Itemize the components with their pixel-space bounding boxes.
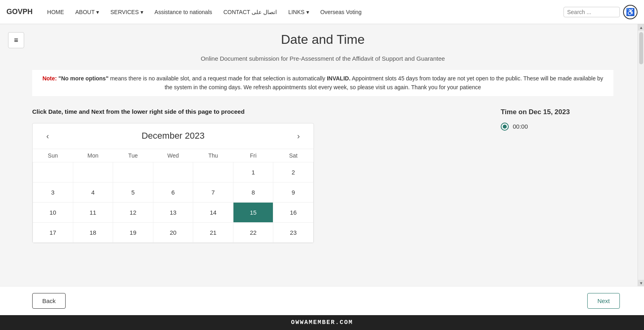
calendar-day-cell[interactable]: 12: [113, 202, 153, 222]
calendar-day-cell[interactable]: 6: [153, 182, 193, 202]
calendar-next-button[interactable]: ›: [293, 130, 304, 142]
nav-item-services[interactable]: SERVICES ▾: [105, 6, 148, 18]
calendar-day-cell[interactable]: 21: [193, 222, 233, 242]
instruction-text: Click Date, time and Next from the lower…: [32, 108, 485, 115]
footer-actions: Back Next: [0, 286, 644, 315]
calendar-day-cell[interactable]: 23: [273, 222, 314, 242]
day-header-sun: Sun: [33, 149, 73, 162]
day-header-tue: Tue: [113, 149, 153, 162]
nav-item-overseas[interactable]: Overseas Voting: [316, 6, 367, 18]
chevron-down-icon: ▾: [96, 9, 99, 15]
calendar-day-cell[interactable]: 5: [113, 182, 153, 202]
scrollbar[interactable]: ▲ ▼: [638, 24, 644, 286]
calendar-day-cell[interactable]: 20: [153, 222, 193, 242]
calendar-day-cell[interactable]: 8: [233, 182, 273, 202]
scrollbar-thumb[interactable]: [639, 32, 643, 64]
calendar-header: ‹ December 2023 ›: [33, 123, 314, 149]
hamburger-icon: ≡: [14, 36, 19, 45]
content-grid: Click Date, time and Next from the lower…: [32, 108, 613, 243]
calendar-day-cell[interactable]: 4: [73, 182, 113, 202]
calendar-day-cell[interactable]: 3: [33, 182, 73, 202]
calendar-day-cell: [33, 162, 73, 182]
nav-menu: HOME ABOUT ▾ SERVICES ▾ Assistance to na…: [42, 6, 564, 18]
day-header-sat: Sat: [273, 149, 314, 162]
calendar-days-row: Sun Mon Tue Wed Thu Fri Sat: [33, 149, 314, 162]
calendar-day-cell[interactable]: 2: [273, 162, 314, 182]
calendar-day-cell[interactable]: 1: [233, 162, 273, 182]
back-button[interactable]: Back: [32, 293, 66, 309]
nav-item-home[interactable]: HOME: [42, 6, 69, 18]
time-section-title: Time on Dec 15, 2023: [501, 108, 613, 116]
accessibility-icon: ♿: [626, 8, 635, 16]
chevron-down-icon: ▾: [306, 9, 309, 15]
calendar-day-cell[interactable]: 7: [193, 182, 233, 202]
calendar-day-cell[interactable]: 9: [273, 182, 314, 202]
notice-body: means there is no available slot, and a …: [110, 75, 327, 82]
time-section: Time on Dec 15, 2023 00:00: [501, 108, 613, 131]
navbar: GOVPH HOME ABOUT ▾ SERVICES ▾ Assistance…: [0, 0, 644, 24]
scrollbar-up-arrow[interactable]: ▲: [638, 24, 644, 31]
day-header-mon: Mon: [73, 149, 113, 162]
chevron-down-icon: ▾: [140, 9, 143, 15]
page-subtitle: Online Document submission for Pre-Asses…: [32, 55, 613, 62]
day-header-fri: Fri: [233, 149, 273, 162]
notice-box: Note: "No more options" means there is n…: [32, 70, 613, 96]
day-header-wed: Wed: [153, 149, 193, 162]
calendar-table: Sun Mon Tue Wed Thu Fri Sat 123: [33, 149, 314, 243]
accessibility-button[interactable]: ♿: [623, 5, 638, 19]
note-label: Note:: [42, 75, 57, 82]
calendar-wrapper: ‹ December 2023 › Sun Mon Tue Wed: [32, 123, 314, 243]
watermark: OWWAMEMBER.COM: [0, 315, 644, 330]
time-value: 00:00: [513, 123, 528, 130]
no-more-text: "No more options": [58, 75, 109, 82]
calendar-day-cell: [153, 162, 193, 182]
calendar-day-cell[interactable]: 22: [233, 222, 273, 242]
sidebar-toggle-button[interactable]: ≡: [8, 32, 24, 48]
calendar-day-cell[interactable]: 18: [73, 222, 113, 242]
calendar-day-cell[interactable]: 16: [273, 202, 314, 222]
calendar-day-cell[interactable]: 11: [73, 202, 113, 222]
calendar-day-cell[interactable]: 14: [193, 202, 233, 222]
calendar-day-cell: [193, 162, 233, 182]
calendar-day-cell[interactable]: 10: [33, 202, 73, 222]
main-content: Date and Time Online Document submission…: [0, 24, 638, 286]
day-header-thu: Thu: [193, 149, 233, 162]
calendar-week-row: 12: [33, 162, 314, 182]
calendar-day-cell[interactable]: 13: [153, 202, 193, 222]
brand-logo[interactable]: GOVPH: [6, 8, 33, 16]
calendar-prev-button[interactable]: ‹: [42, 130, 53, 142]
nav-item-about[interactable]: ABOUT ▾: [70, 6, 104, 18]
time-option[interactable]: 00:00: [501, 123, 613, 131]
invalid-text: INVALID.: [327, 75, 351, 82]
nav-item-links[interactable]: LINKS ▾: [283, 6, 314, 18]
next-button[interactable]: Next: [587, 293, 620, 309]
calendar-day-cell[interactable]: 17: [33, 222, 73, 242]
nav-item-contact[interactable]: CONTACT اتصال على: [219, 6, 282, 18]
calendar-month-year: December 2023: [142, 131, 205, 141]
calendar-day-cell: [73, 162, 113, 182]
time-radio-button[interactable]: [501, 123, 509, 131]
nav-item-assistance[interactable]: Assistance to nationals: [150, 6, 217, 18]
page-title: Date and Time: [32, 32, 613, 47]
calendar-day-cell[interactable]: 19: [113, 222, 153, 242]
scrollbar-down-arrow[interactable]: ▼: [638, 280, 644, 286]
nav-search-area: ♿: [564, 5, 638, 19]
calendar-week-row: 10111213141516: [33, 202, 314, 222]
calendar-day-cell[interactable]: 15: [233, 202, 273, 222]
calendar-week-row: 17181920212223: [33, 222, 314, 242]
calendar-week-row: 3456789: [33, 182, 314, 202]
search-input[interactable]: [564, 7, 620, 17]
calendar-section: Click Date, time and Next from the lower…: [32, 108, 485, 243]
calendar-day-cell: [113, 162, 153, 182]
